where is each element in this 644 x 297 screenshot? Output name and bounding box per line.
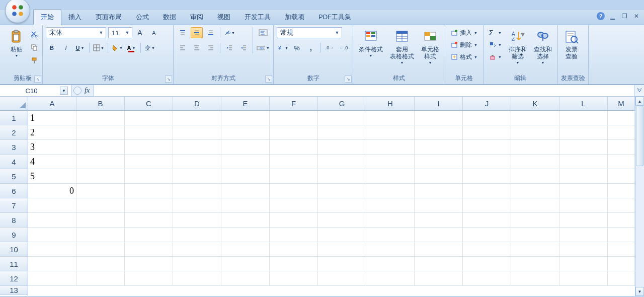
cell[interactable] [559,184,608,198]
cell[interactable] [28,242,76,257]
tab-addins[interactable]: 加载项 [278,10,311,25]
col-header[interactable]: M [608,97,635,111]
cell[interactable] [173,111,221,125]
col-header[interactable]: H [366,97,415,111]
cell[interactable] [463,198,511,213]
cell[interactable] [76,140,125,155]
minimize-ribbon-button[interactable]: ▁ [608,12,617,20]
cell[interactable] [221,111,270,125]
font-name-combo[interactable]: 宋体▼ [46,27,106,38]
cell[interactable] [221,169,270,184]
tab-insert[interactable]: 插入 [61,10,89,25]
cell[interactable]: 0 [28,184,76,198]
orientation-button[interactable]: ab▼ [223,27,235,38]
row-header[interactable]: 7 [0,198,28,213]
name-box[interactable]: C10 ▼ [0,85,71,96]
cell[interactable] [221,213,270,228]
cell[interactable] [125,169,173,184]
delete-cells-button[interactable]: 删除▼ [448,39,480,50]
autosum-button[interactable]: Σ▼ [487,27,504,38]
cell[interactable] [76,257,125,271]
cell[interactable] [463,111,511,125]
cell-styles-button[interactable]: 单元格 样式▼ [419,27,442,66]
cell[interactable] [415,155,463,169]
cell[interactable] [173,184,221,198]
cell[interactable] [318,271,366,286]
decrease-indent-button[interactable] [223,42,235,53]
cell[interactable] [608,198,635,213]
cell[interactable] [221,271,270,286]
cell[interactable] [559,111,608,125]
cell[interactable] [559,242,608,257]
row-header[interactable]: 2 [0,125,28,140]
cell[interactable] [511,140,559,155]
shrink-font-button[interactable]: Aˇ [148,27,160,38]
row-header[interactable]: 9 [0,228,28,242]
clear-button[interactable]: ▼ [487,51,504,62]
cell[interactable] [511,169,559,184]
cell[interactable] [125,242,173,257]
cell[interactable] [511,242,559,257]
cell[interactable] [270,213,318,228]
cell[interactable] [366,198,415,213]
cell[interactable] [76,198,125,213]
cell[interactable] [221,155,270,169]
col-header[interactable]: F [270,97,318,111]
tab-page-layout[interactable]: 页面布局 [89,10,129,25]
cell[interactable] [366,155,415,169]
cell[interactable] [463,169,511,184]
increase-decimal-button[interactable]: .0→ [324,42,336,53]
col-header[interactable]: E [221,97,270,111]
row-header[interactable]: 5 [0,169,28,184]
cell[interactable] [221,184,270,198]
cell[interactable] [511,228,559,242]
cell[interactable] [318,228,366,242]
scroll-up-button[interactable]: ▲ [635,97,644,106]
format-painter-button[interactable] [29,55,39,65]
underline-button[interactable]: U▼ [74,42,86,53]
cell[interactable] [559,271,608,286]
decrease-decimal-button[interactable]: ←.0 [338,42,350,53]
number-dialog-launcher[interactable]: ↘ [345,76,352,83]
cell[interactable] [463,213,511,228]
cell[interactable] [366,242,415,257]
cell[interactable] [270,198,318,213]
cell[interactable] [366,228,415,242]
font-color-button[interactable]: A▼ [125,42,137,53]
cell[interactable] [318,213,366,228]
sort-filter-button[interactable]: AZ 排序和 筛选▼ [506,27,529,66]
cell[interactable] [125,257,173,271]
tab-formulas[interactable]: 公式 [129,10,156,25]
cell[interactable] [511,155,559,169]
cell[interactable] [76,125,125,140]
row-header[interactable]: 11 [0,257,28,271]
cell[interactable]: 5 [28,169,76,184]
cell[interactable] [76,169,125,184]
cell[interactable] [28,198,76,213]
col-header[interactable]: I [415,97,463,111]
cell[interactable] [173,257,221,271]
cell[interactable] [173,271,221,286]
cell[interactable] [270,242,318,257]
col-header[interactable]: D [173,97,221,111]
cell[interactable] [221,257,270,271]
currency-button[interactable]: ¥▼ [277,42,289,53]
cell[interactable] [221,140,270,155]
cell[interactable] [76,111,125,125]
paste-button[interactable]: 粘贴 ▼ [6,27,27,59]
row-header[interactable]: 1 [0,111,28,125]
cell[interactable] [318,198,366,213]
invoice-check-button[interactable]: 发票 查验 [561,27,582,61]
cell[interactable] [366,111,415,125]
cell[interactable] [318,125,366,140]
cell[interactable] [318,140,366,155]
cell[interactable] [76,228,125,242]
tab-review[interactable]: 审阅 [183,10,210,25]
cell[interactable] [270,155,318,169]
number-format-combo[interactable]: 常规▼ [277,27,342,38]
cell[interactable] [608,169,635,184]
cell[interactable] [270,140,318,155]
cell[interactable] [76,242,125,257]
cell[interactable] [28,213,76,228]
cell[interactable] [270,228,318,242]
